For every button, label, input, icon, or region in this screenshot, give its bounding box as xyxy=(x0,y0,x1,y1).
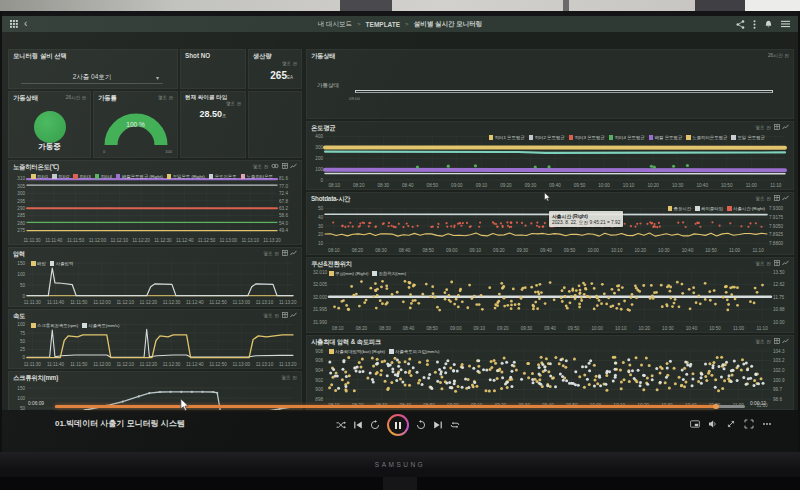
svg-text:10:00: 10:00 xyxy=(591,326,603,331)
bell-icon[interactable] xyxy=(764,20,773,29)
legend-item[interactable]: 배럴 온도평균 xyxy=(649,135,683,140)
legend-item[interactable]: 싸이클타임 xyxy=(695,206,723,211)
legend-item[interactable]: 온조기온도 xyxy=(209,174,237,179)
legend-item[interactable]: 히터3 xyxy=(73,174,90,179)
hamburger-menu-icon[interactable] xyxy=(781,20,790,28)
svg-text:50: 50 xyxy=(20,339,26,344)
trend-view-icon[interactable] xyxy=(782,260,789,266)
legend-item[interactable]: 히터2 xyxy=(52,174,69,179)
more-options-icon[interactable] xyxy=(762,419,772,429)
legend-item[interactable]: 오일 온도평균 xyxy=(731,135,765,140)
svg-text:09:50: 09:50 xyxy=(568,326,580,331)
legend-item[interactable]: 사출최대압력(bar) (Right) xyxy=(329,349,385,354)
svg-text:09:30: 09:30 xyxy=(525,183,537,188)
svg-text:10: 10 xyxy=(318,241,324,246)
table-view-icon[interactable] xyxy=(774,260,780,266)
chart-legend: 스크류회전속도(rpm)사출속도(mm/s) xyxy=(31,323,119,328)
legend-item[interactable]: 히터3 온도평균 xyxy=(569,135,605,140)
video-seek-handle[interactable] xyxy=(713,404,719,410)
trend-view-icon[interactable] xyxy=(782,195,789,201)
next-track-icon[interactable] xyxy=(433,420,443,430)
svg-text:72.4: 72.4 xyxy=(279,191,288,196)
breadcrumb-home[interactable]: 내 대시보드 xyxy=(318,20,352,29)
svg-text:81.6: 81.6 xyxy=(279,176,288,181)
legend-item[interactable]: 히터1 온도평균 xyxy=(489,135,525,140)
legend-item[interactable]: 노즐히터온도평균 xyxy=(686,135,727,140)
legend-item[interactable]: 충전시간 xyxy=(668,206,692,211)
kebab-menu-icon[interactable] xyxy=(753,20,756,29)
pause-button[interactable] xyxy=(387,414,409,436)
legend-item[interactable]: 스크류회전속도(rpm) xyxy=(31,323,78,328)
svg-text:98.6: 98.6 xyxy=(773,397,782,402)
gauge-max-label: 100 xyxy=(165,149,172,154)
svg-text:11:12:10: 11:12:10 xyxy=(110,238,128,243)
volume-icon[interactable] xyxy=(708,419,718,429)
table-view-icon[interactable] xyxy=(774,195,780,201)
table-view-icon[interactable] xyxy=(282,250,288,256)
svg-text:09:50: 09:50 xyxy=(564,248,576,253)
chart-legend: 히터1히터2히터3히터4배럴온도평균 (Right)오일온도 (Right)온조… xyxy=(31,174,273,179)
legend-item[interactable]: 쿠션(mm) (Right) xyxy=(329,271,368,276)
shuffle-icon[interactable] xyxy=(336,420,346,430)
legend-item[interactable]: 사출속도피크값(mm/s) xyxy=(389,349,439,354)
device-select-dropdown[interactable]: 2사출 04호기 ▾ xyxy=(21,71,163,84)
svg-text:898: 898 xyxy=(315,397,323,402)
video-seek-bar[interactable] xyxy=(55,405,745,408)
svg-text:08:50: 08:50 xyxy=(422,248,434,253)
legend-item[interactable]: 배압 xyxy=(31,261,46,266)
link-icon[interactable] xyxy=(271,163,279,169)
table-view-icon[interactable] xyxy=(774,338,780,344)
legend-item[interactable]: 사출시간 (Right) xyxy=(727,206,765,211)
svg-text:300: 300 xyxy=(17,191,25,196)
panel-title: 쿠션&전환위치 xyxy=(311,260,352,269)
legend-item[interactable]: 노즐히터온도 xyxy=(241,174,273,179)
fullscreen-icon[interactable] xyxy=(744,419,754,429)
legend-item[interactable]: 전환위치(mm) xyxy=(372,271,406,276)
previous-track-icon[interactable] xyxy=(353,420,363,430)
svg-text:09:20: 09:20 xyxy=(493,248,505,253)
legend-item[interactable]: 배럴온도평균 (Right) xyxy=(116,174,163,179)
trend-view-icon[interactable] xyxy=(782,124,789,130)
share-icon[interactable] xyxy=(736,20,745,29)
panel-refresh-ago: 몇초 전 xyxy=(755,124,771,130)
chart-legend: 쿠션(mm) (Right)전환위치(mm) xyxy=(329,271,406,276)
legend-item[interactable]: 히터4 온도평균 xyxy=(609,135,645,140)
replay-10-icon[interactable] xyxy=(370,420,380,430)
cycle-time-value: 28.50초 xyxy=(181,109,245,119)
svg-text:11:12:40: 11:12:40 xyxy=(176,238,194,243)
legend-item[interactable]: 히터1 xyxy=(31,174,48,179)
panel-speed: 속도 몇초 전 025507510011:11:3011:11:4011:11:… xyxy=(8,309,302,369)
forward-10-icon[interactable] xyxy=(416,420,426,430)
trend-view-icon[interactable] xyxy=(290,250,297,256)
legend-item[interactable]: 오일온도 (Right) xyxy=(167,174,205,179)
table-view-icon[interactable] xyxy=(774,124,780,130)
svg-text:10:20: 10:20 xyxy=(639,326,651,331)
table-view-icon[interactable] xyxy=(282,312,288,318)
status-timeline-bar[interactable] xyxy=(355,90,773,93)
legend-item[interactable]: 사출압력 xyxy=(50,261,74,266)
panel-run-state: 가동상태 26시간 전 가동중 xyxy=(8,91,91,158)
resize-icon[interactable] xyxy=(726,419,736,429)
legend-item[interactable]: 히터2 온도평균 xyxy=(529,135,565,140)
table-view-icon[interactable] xyxy=(282,163,288,169)
repeat-icon[interactable] xyxy=(450,420,460,430)
breadcrumb-template[interactable]: TEMPLATE xyxy=(366,21,401,28)
svg-text:32.010: 32.010 xyxy=(313,270,327,275)
svg-text:09:10: 09:10 xyxy=(476,183,488,188)
svg-text:32.005: 32.005 xyxy=(313,282,327,287)
svg-text:902: 902 xyxy=(315,378,323,383)
back-chevron-icon[interactable]: ‹ xyxy=(24,19,27,29)
trend-view-icon[interactable] xyxy=(290,312,297,318)
panel-refresh-ago: 몇초 전 xyxy=(253,163,269,169)
legend-item[interactable]: 사출속도(mm/s) xyxy=(82,323,119,328)
monitor-brand-logo: SAMSUNG xyxy=(0,461,800,468)
svg-text:11:12:10: 11:12:10 xyxy=(116,300,134,305)
pip-icon[interactable] xyxy=(690,419,700,429)
svg-text:11:13:20: 11:13:20 xyxy=(263,238,281,243)
svg-text:200: 200 xyxy=(315,156,323,161)
apps-grid-icon[interactable] xyxy=(10,20,18,28)
trend-view-icon[interactable] xyxy=(782,338,789,344)
svg-text:906: 906 xyxy=(315,358,323,363)
legend-item[interactable]: 히터4 xyxy=(95,174,112,179)
trend-view-icon[interactable] xyxy=(290,163,297,169)
